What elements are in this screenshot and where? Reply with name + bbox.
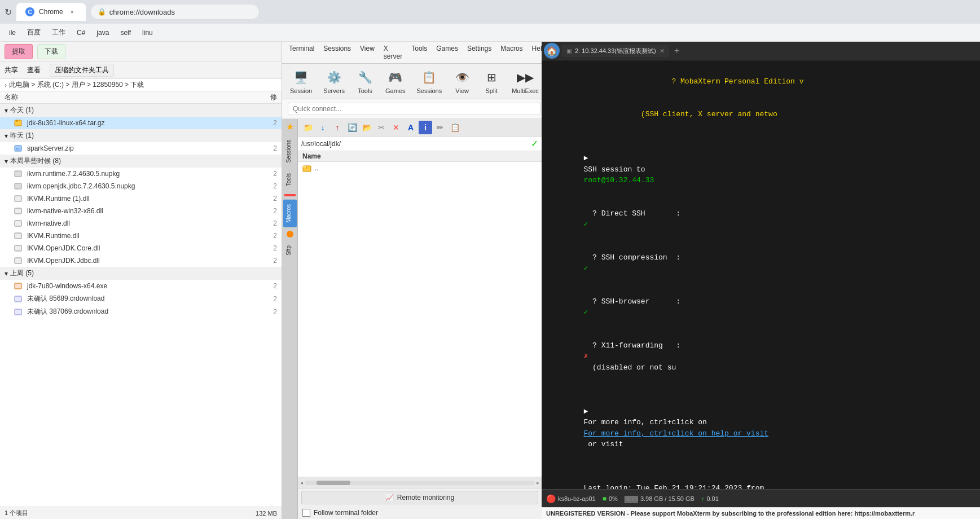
- side-tab-sftp[interactable]: Sftp: [283, 241, 297, 260]
- group-today[interactable]: ▾ 今天 (1): [0, 104, 282, 117]
- file-size: 2: [273, 119, 277, 127]
- terminal-content[interactable]: ? MobaXterm Personal Edition v (SSH clie…: [542, 60, 980, 489]
- sftp-pencil-btn[interactable]: ✏: [433, 121, 447, 134]
- group-yesterday[interactable]: ▾ 昨天 (1): [0, 129, 282, 142]
- bookmark-linu[interactable]: linu: [138, 28, 157, 38]
- bookmark-self[interactable]: self: [116, 28, 135, 38]
- file-sparkserver[interactable]: ZIP sparkServer.zip 2: [0, 142, 282, 155]
- close-tab-button[interactable]: ×: [68, 7, 77, 16]
- file-ikvm-runtime-dll2[interactable]: IKVM.Runtime.dll 2: [0, 230, 282, 242]
- view-action[interactable]: 查看: [27, 65, 41, 75]
- term-text: Last login: Tue Feb 21 19:21:24 2023 fro…: [583, 484, 768, 489]
- file-name: IKVM.Runtime (1).dll: [27, 195, 90, 203]
- sftp-upload-file-btn[interactable]: ↑: [331, 121, 344, 134]
- bookmark-baidu[interactable]: 百度: [23, 27, 45, 38]
- menu-terminal[interactable]: Terminal: [284, 43, 319, 62]
- quick-connect-input[interactable]: [288, 103, 540, 115]
- session-tab-2[interactable]: ▣ 2. 10.32.44.33(锦渲报表测试) ✕: [562, 45, 669, 57]
- sftp-folder-btn[interactable]: 📋: [448, 121, 462, 134]
- reload-button[interactable]: ↻: [5, 7, 12, 17]
- toolbar-games[interactable]: 🎮 Games: [381, 66, 410, 96]
- new-tab-button[interactable]: +: [671, 45, 683, 56]
- file-ikvm-openjdk-nupkg[interactable]: ikvm.openjdk.jdbc.7.2.4630.5.nupkg 2: [0, 180, 282, 192]
- menu-xserver[interactable]: X server: [379, 43, 407, 62]
- menu-macros[interactable]: Macros: [496, 43, 527, 62]
- menu-tools[interactable]: Tools: [407, 43, 432, 62]
- help-link[interactable]: For more info, ctrl+click on help or vis…: [583, 429, 768, 438]
- sftp-scrollbar[interactable]: ◂ ▸: [298, 477, 542, 488]
- svg-rect-6: [15, 196, 21, 201]
- term-prompt-arrow: ►: [583, 407, 592, 416]
- scrollbar-thumb[interactable]: [317, 481, 350, 485]
- follow-folder-checkbox[interactable]: [302, 509, 310, 517]
- svg-text:↑: ↑: [305, 165, 307, 170]
- side-tab-macros[interactable]: Macros: [283, 200, 297, 227]
- sftp-main-area: 📁 ↓ ↑ 🔄 📂 ✂ ✕ A i ✏ 📋 ✓: [298, 119, 542, 519]
- host-icon: 🔴: [546, 494, 556, 503]
- sftp-download-btn[interactable]: ↓: [316, 121, 329, 134]
- chevron-down-icon: ▾: [5, 132, 8, 140]
- group-lastweek[interactable]: ▾ 上周 (5): [0, 267, 282, 280]
- close-session-icon[interactable]: ✕: [660, 47, 665, 55]
- svg-rect-14: [15, 309, 21, 315]
- group-today-label: 今天 (1): [10, 105, 34, 115]
- file-ikvm-native-dll[interactable]: ikvm-native.dll 2: [0, 217, 282, 230]
- side-tab-sessions[interactable]: Sessions: [283, 135, 297, 168]
- term-blank-1: [548, 131, 973, 142]
- games-icon: 🎮: [386, 68, 405, 86]
- file-crdownload-2[interactable]: 未确认 387069.crdownload 2: [0, 305, 282, 318]
- extract-button[interactable]: 提取: [5, 44, 33, 59]
- scroll-left-icon[interactable]: ◂: [300, 480, 303, 486]
- toolbar-tools[interactable]: 🔧 Tools: [351, 66, 379, 96]
- group-thisweek[interactable]: ▾ 本周早些时候 (8): [0, 155, 282, 168]
- bookmark-work[interactable]: 工作: [47, 27, 70, 38]
- sftp-path-input[interactable]: [301, 140, 529, 148]
- menu-games[interactable]: Games: [432, 43, 463, 62]
- svg-rect-10: [15, 245, 21, 251]
- file-ikvm-openjdk-core[interactable]: IKVM.OpenJDK.Core.dll 2: [0, 242, 282, 254]
- sftp-delete-btn[interactable]: ✂: [375, 121, 388, 134]
- toolbar-split[interactable]: ⊞ Split: [478, 66, 505, 96]
- bookmark-csharp[interactable]: C#: [72, 28, 90, 38]
- home-icon[interactable]: 🏠: [544, 43, 560, 59]
- sftp-edit-btn[interactable]: A: [404, 121, 418, 134]
- share-action[interactable]: 共享: [5, 65, 18, 75]
- sftp-refresh-btn[interactable]: 🔄: [345, 121, 359, 134]
- scroll-right-icon[interactable]: ▸: [537, 480, 539, 486]
- compress-tool-button[interactable]: 压缩的文件夹工具: [50, 64, 114, 77]
- zip-icon: ZIP: [14, 144, 23, 153]
- toolbar-servers[interactable]: ⚙️ Servers: [319, 66, 349, 96]
- sftp-file-parent[interactable]: ↑ ..: [298, 162, 542, 174]
- toolbar-sessions[interactable]: 📋 Sessions: [412, 66, 447, 96]
- toolbar-view[interactable]: 👁️ View: [449, 66, 476, 96]
- file-ikvm-openjdk-jdbc[interactable]: IKVM.OpenJDK.Jdbc.dll 2: [0, 254, 282, 267]
- file-ikvm-runtime-dll1[interactable]: IKVM.Runtime (1).dll 2: [0, 192, 282, 205]
- menu-settings[interactable]: Settings: [463, 43, 496, 62]
- file-ikvm-native-win32[interactable]: ikvm-native-win32-x86.dll 2: [0, 205, 282, 217]
- term-text: (disabled or not su: [583, 363, 676, 372]
- file-jdk7-win[interactable]: jdk-7u80-windows-x64.exe 2: [0, 280, 282, 292]
- file-ikvm-runtime-nupkg[interactable]: ikvm.runtime.7.2.4630.5.nupkg 2: [0, 168, 282, 180]
- svg-rect-4: [15, 171, 21, 177]
- file-jdk8-linux[interactable]: jdk-8u361-linux-x64.tar.gz 2: [0, 117, 282, 129]
- address-bar[interactable]: 🔒 chrome://downloads: [90, 4, 260, 20]
- sftp-info-btn[interactable]: i: [419, 121, 432, 134]
- file-name: jdk-7u80-windows-x64.exe: [27, 282, 107, 290]
- sftp-upload-btn[interactable]: 📁: [301, 121, 315, 134]
- toolbar-session[interactable]: 🖥️ Session: [285, 66, 317, 96]
- menu-sessions[interactable]: Sessions: [319, 43, 355, 62]
- menu-view[interactable]: View: [355, 43, 379, 62]
- chrome-tab[interactable]: C Chrome ×: [16, 3, 86, 21]
- breadcrumb: › 此电脑 > 系统 (C:) > 用户 > 12850950 > 下载: [0, 79, 282, 91]
- toolbar-multiexec[interactable]: ▶▶ MultiExec: [507, 66, 543, 96]
- remote-monitoring-button[interactable]: 📈 Remote monitoring: [301, 491, 538, 504]
- side-tab-tools[interactable]: Tools: [283, 169, 297, 191]
- bookmark-ile[interactable]: ile: [5, 28, 20, 38]
- sftp-open-btn[interactable]: 📂: [360, 121, 373, 134]
- sftp-cancel-btn[interactable]: ✕: [389, 121, 403, 134]
- split-icon: ⊞: [482, 68, 500, 86]
- folder-up-icon: ↑: [302, 164, 311, 173]
- bookmark-java[interactable]: java: [92, 28, 113, 38]
- file-crdownload-1[interactable]: 未确认 85689.crdownload 2: [0, 292, 282, 305]
- download-button[interactable]: 下载: [37, 44, 65, 59]
